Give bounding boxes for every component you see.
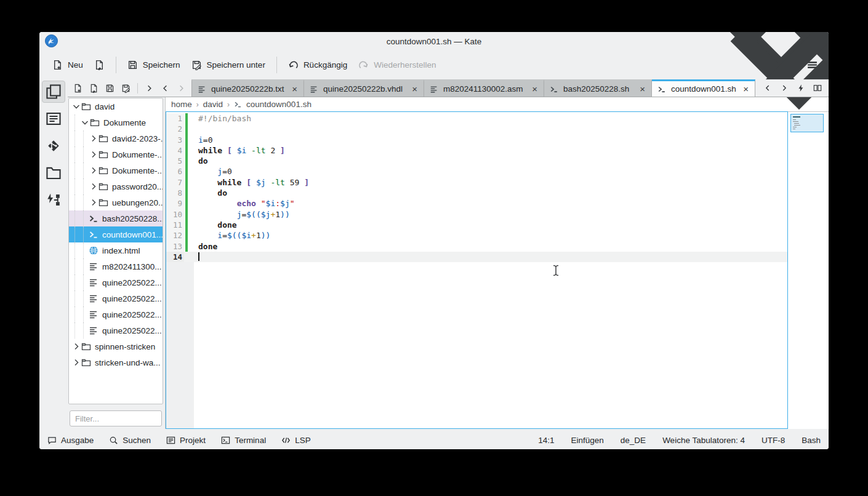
tree-item-Dokumente-[interactable]: Dokumente-... bbox=[69, 146, 163, 162]
code-line-3[interactable]: 3i=0 bbox=[166, 135, 787, 145]
code-line-11[interactable]: 11 done bbox=[166, 220, 787, 230]
tab-m820241130002.asm[interactable]: m820241130002.asm× bbox=[424, 79, 544, 97]
tab-close-button[interactable]: × bbox=[742, 84, 749, 94]
undo-button[interactable]: Rückgängig bbox=[283, 56, 353, 74]
tree-item-password20-[interactable]: password20... bbox=[69, 178, 163, 194]
code-line-4[interactable]: 4while [ $i -lt 2 ] bbox=[166, 145, 787, 156]
code-line-9[interactable]: 9 echo "$i:$j" bbox=[166, 198, 787, 209]
tabs-scroll-right-button[interactable] bbox=[780, 84, 789, 92]
code-line-12[interactable]: 12 i=$(($i+1)) bbox=[166, 230, 787, 241]
tab-bash20250228.sh[interactable]: bash20250228.sh× bbox=[544, 79, 652, 97]
tree-item-spinnen-stricken[interactable]: spinnen-stricken bbox=[69, 338, 163, 354]
statusbar-highlighting[interactable]: Bash bbox=[802, 436, 821, 445]
code-text[interactable]: while [ $j -lt 59 ] bbox=[189, 177, 787, 188]
expander-open-icon[interactable] bbox=[71, 102, 81, 111]
statusbar-encoding[interactable]: UTF-8 bbox=[762, 436, 785, 445]
split-view-button[interactable] bbox=[813, 84, 822, 92]
code-line-6[interactable]: 6 j=0 bbox=[166, 166, 787, 177]
statusbar-input-mode[interactable]: Einfügen bbox=[571, 436, 604, 445]
close-button[interactable] bbox=[811, 36, 822, 47]
tree-item-quine2025022-[interactable]: quine2025022... bbox=[69, 274, 163, 290]
code-text[interactable]: while [ $i -lt 2 ] bbox=[189, 145, 787, 156]
tree-item-quine2025022-[interactable]: quine2025022... bbox=[69, 306, 163, 322]
code-text[interactable] bbox=[189, 252, 787, 262]
statusbar-lsp-button[interactable]: LSP bbox=[281, 436, 311, 445]
dock-symbols-button[interactable] bbox=[42, 189, 65, 211]
tree-item-quine2025022-[interactable]: quine2025022... bbox=[69, 290, 163, 306]
statusbar-project-button[interactable]: Projekt bbox=[166, 436, 206, 445]
statusbar-cursor-position[interactable]: 14:1 bbox=[538, 436, 554, 445]
code-line-8[interactable]: 8 do bbox=[166, 188, 787, 198]
code-line-7[interactable]: 7 while [ $j -lt 59 ] bbox=[166, 177, 787, 188]
expander-closed-icon[interactable] bbox=[89, 150, 98, 159]
code-text[interactable]: do bbox=[189, 156, 787, 166]
new-document-button[interactable] bbox=[73, 84, 82, 93]
history-back-button[interactable] bbox=[161, 84, 170, 93]
breadcrumb-file-label[interactable]: countdown001.sh bbox=[246, 100, 311, 109]
statusbar-output-button[interactable]: Ausgabe bbox=[47, 436, 94, 445]
expander-closed-icon[interactable] bbox=[71, 358, 81, 367]
code-text[interactable]: done bbox=[189, 241, 787, 252]
code-text[interactable]: j=0 bbox=[189, 166, 787, 177]
tab-close-button[interactable]: × bbox=[291, 84, 298, 94]
tree-item-david2-2023-[interactable]: david2-2023-... bbox=[69, 130, 163, 146]
expander-closed-icon[interactable] bbox=[89, 182, 98, 191]
save-button[interactable]: Speichern bbox=[122, 56, 186, 74]
open-document-button[interactable] bbox=[89, 84, 98, 93]
code-text[interactable]: done bbox=[189, 220, 787, 230]
tab-countdown001.sh[interactable]: countdown001.sh× bbox=[652, 79, 755, 97]
tree-item-countdown001-[interactable]: countdown001... bbox=[69, 226, 163, 242]
dock-documents-button[interactable] bbox=[42, 81, 65, 103]
statusbar-tab-mode[interactable]: Weiche Tabulatoren: 4 bbox=[662, 436, 745, 445]
breadcrumb-segment-home[interactable]: home bbox=[171, 100, 192, 109]
statusbar-search-button[interactable]: Suchen bbox=[109, 436, 151, 445]
tree-item-bash20250228-[interactable]: bash20250228.... bbox=[69, 210, 163, 226]
dock-git-button[interactable] bbox=[42, 135, 65, 157]
code-line-13[interactable]: 13done bbox=[166, 241, 787, 252]
tree-item-index-html[interactable]: index.html bbox=[69, 242, 163, 258]
quick-open-button[interactable] bbox=[797, 84, 805, 92]
code-line-14[interactable]: 14 bbox=[166, 252, 787, 262]
tree-item-david[interactable]: david bbox=[69, 98, 163, 114]
code-text[interactable]: j=$(($j+1)) bbox=[189, 209, 787, 220]
expander-closed-icon[interactable] bbox=[71, 342, 81, 351]
breadcrumb-segment-david[interactable]: david bbox=[203, 100, 223, 109]
tab-close-button[interactable]: × bbox=[639, 84, 646, 94]
dock-filesystem-button[interactable] bbox=[42, 162, 65, 184]
tabs-scroll-left-button[interactable] bbox=[763, 84, 772, 92]
tree-item-stricken-und-wa-[interactable]: stricken-und-wa... bbox=[69, 354, 163, 370]
minimap-scrollbar[interactable] bbox=[788, 111, 829, 429]
tab-quine20250222b.txt[interactable]: quine20250222b.txt× bbox=[191, 79, 304, 97]
history-forward-button[interactable] bbox=[145, 84, 154, 93]
save-as-button[interactable]: Speichern unter bbox=[186, 56, 271, 74]
save-document-as-button[interactable] bbox=[121, 84, 131, 93]
open-button[interactable] bbox=[89, 56, 110, 74]
code-text[interactable]: echo "$i:$j" bbox=[189, 198, 787, 209]
code-line-10[interactable]: 10 j=$(($j+1)) bbox=[166, 209, 787, 220]
tree-item-Dokumente[interactable]: Dokumente bbox=[69, 114, 163, 130]
dock-project-panel-button[interactable] bbox=[42, 108, 65, 130]
new-button[interactable]: Neu bbox=[47, 56, 89, 74]
statusbar-terminal-button[interactable]: Terminal bbox=[221, 436, 266, 445]
code-text[interactable]: do bbox=[189, 188, 787, 198]
code-text[interactable]: i=0 bbox=[189, 135, 787, 145]
tree-item-quine2025022-[interactable]: quine2025022... bbox=[69, 322, 163, 338]
expander-open-icon[interactable] bbox=[80, 118, 90, 127]
expander-closed-icon[interactable] bbox=[89, 198, 98, 207]
tab-quine20250222b.vhdl[interactable]: quine20250222b.vhdl× bbox=[304, 79, 424, 97]
tree-item-uebungen20-[interactable]: uebungen20... bbox=[69, 194, 163, 210]
tab-close-button[interactable]: × bbox=[411, 84, 418, 94]
tree-item-Dokumente-[interactable]: Dokumente-... bbox=[69, 162, 163, 178]
statusbar-dictionary[interactable]: de_DE bbox=[621, 436, 646, 445]
tab-close-button[interactable]: × bbox=[531, 84, 538, 94]
code-text[interactable]: i=$(($i+1)) bbox=[189, 230, 787, 241]
expander-closed-icon[interactable] bbox=[89, 134, 98, 143]
text-editor[interactable]: 1#!/bin/bash23i=04while [ $i -lt 2 ]5do6… bbox=[166, 111, 788, 429]
minimap-visible-region[interactable] bbox=[790, 114, 824, 132]
code-line-5[interactable]: 5do bbox=[166, 156, 787, 166]
expander-closed-icon[interactable] bbox=[89, 166, 98, 175]
tree-item-m8202411300-[interactable]: m8202411300... bbox=[69, 258, 163, 274]
save-document-button[interactable] bbox=[105, 84, 115, 93]
editor-empty-area[interactable] bbox=[166, 262, 787, 428]
documents-filter-input[interactable] bbox=[70, 410, 162, 426]
